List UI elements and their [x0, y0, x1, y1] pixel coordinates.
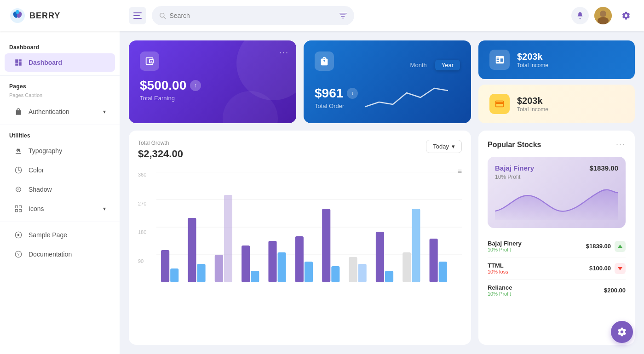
- sidebar-item-dashboard[interactable]: Dashboard: [5, 53, 115, 72]
- icons-icon: [14, 204, 23, 213]
- today-period-button[interactable]: Today ▾: [426, 140, 462, 153]
- search-icon: [159, 12, 166, 19]
- stock-price-area-reliance: $200.00: [604, 287, 626, 294]
- header-right: [571, 7, 635, 24]
- featured-stock-row: Bajaj Finery $1839.00: [495, 164, 618, 172]
- income-blue-info: $203k Total Income: [517, 51, 548, 69]
- earning-icon-box: [140, 51, 159, 71]
- featured-stock-profit: 10% Profit: [495, 174, 618, 180]
- income-card-yellow: $203k Total Income: [478, 85, 635, 123]
- svg-marker-56: [618, 267, 622, 270]
- menu-button[interactable]: [129, 7, 146, 24]
- stocks-card: Popular Stocks ··· Bajaj Finery $1839.00…: [478, 131, 635, 345]
- svg-point-24: [17, 234, 20, 236]
- sidebar-item-typography[interactable]: Typography: [5, 142, 115, 160]
- fab-settings[interactable]: [611, 321, 633, 343]
- order-trend-icon: ↓: [347, 88, 358, 99]
- color-icon: [14, 166, 23, 175]
- pages-caption: Pages Caption: [0, 91, 120, 102]
- svg-marker-55: [618, 245, 622, 248]
- svg-rect-40: [251, 271, 259, 282]
- stock-trend-down-ttml: [615, 263, 626, 274]
- wallet-icon: [144, 56, 155, 66]
- stock-row-ttml: TTML 10% loss $100.00: [488, 257, 626, 280]
- chevron-down-icon-2: ▾: [103, 206, 106, 212]
- sidebar-item-documentation[interactable]: ? Documentation: [5, 245, 115, 263]
- stock-profit-reliance: 10% Profit: [488, 291, 512, 297]
- income-icon-yellow: [489, 94, 510, 114]
- sidebar-divider-2: [0, 125, 120, 125]
- sidebar-item-shadow[interactable]: Shadow: [5, 180, 115, 199]
- svg-rect-42: [278, 252, 286, 282]
- svg-rect-52: [412, 209, 420, 282]
- shopping-bag-icon: [319, 56, 329, 66]
- pages-section-title: Pages: [0, 80, 120, 91]
- svg-rect-51: [402, 252, 411, 282]
- svg-rect-48: [358, 264, 367, 282]
- svg-rect-38: [224, 195, 232, 282]
- shadow-icon: [14, 185, 23, 194]
- fab-gear-icon: [617, 327, 627, 337]
- order-mini-chart: [365, 84, 460, 111]
- svg-point-14: [600, 11, 606, 17]
- chevron-down-icon: ▾: [103, 108, 106, 115]
- notification-button[interactable]: [571, 7, 589, 24]
- stock-price-area-ttml: $100.00: [589, 263, 626, 274]
- svg-rect-34: [170, 268, 178, 282]
- income-amount-blue: $203k: [517, 51, 548, 62]
- svg-text:?: ?: [17, 252, 20, 257]
- income-label-yellow: Total Income: [517, 106, 548, 113]
- sidebar-item-authentication-label: Authentication: [29, 108, 69, 115]
- avatar[interactable]: [594, 7, 612, 24]
- growth-title: Total Growth: [138, 140, 183, 146]
- header: BERRY: [0, 0, 644, 31]
- stock-trend-up-bajaj: [615, 241, 626, 252]
- earning-more-button[interactable]: ···: [279, 48, 289, 57]
- growth-header: Total Growth $2,324.00 Today ▾: [138, 140, 462, 160]
- svg-rect-39: [242, 246, 250, 282]
- main-content: ··· $500.00 ↑ Total Earning Month: [120, 31, 644, 354]
- stock-info-bajaj: Bajaj Finery 10% Profit: [488, 240, 522, 252]
- svg-line-8: [164, 17, 166, 19]
- svg-rect-44: [305, 262, 313, 282]
- svg-rect-49: [376, 232, 384, 282]
- featured-stock-chart: [495, 184, 618, 221]
- sidebar-item-sample-page[interactable]: Sample Page: [5, 226, 115, 244]
- sidebar-item-icons-label: Icons: [29, 205, 44, 212]
- order-chart-area: $961 ↓ Total Order: [315, 84, 460, 111]
- sidebar-item-shadow-label: Shadow: [29, 186, 52, 193]
- earning-trend-icon: ↑: [190, 80, 201, 91]
- today-label: Today: [433, 143, 449, 150]
- sidebar-item-color[interactable]: Color: [5, 161, 115, 179]
- chart-area: ≡ 360 270 180 90: [138, 167, 462, 336]
- sidebar-item-authentication[interactable]: Authentication ▾: [5, 103, 115, 121]
- order-amount-area: $961 ↓ Total Order: [315, 86, 358, 109]
- year-toggle-button[interactable]: Year: [435, 60, 460, 70]
- layout: Dashboard Dashboard Pages Pages Caption …: [0, 31, 644, 354]
- sidebar-item-icons[interactable]: Icons ▾: [5, 200, 115, 218]
- stocks-more-button[interactable]: ···: [616, 140, 626, 149]
- stock-price-ttml: $100.00: [589, 265, 611, 272]
- filter-icon[interactable]: [339, 12, 347, 19]
- svg-rect-36: [197, 264, 206, 282]
- sidebar-item-dashboard-label: Dashboard: [29, 59, 62, 66]
- svg-rect-53: [430, 239, 438, 282]
- sidebar-divider-1: [0, 75, 120, 76]
- earning-amount: $500.00 ↑: [140, 78, 285, 93]
- stock-row-reliance: Reliance 10% Profit $200.00: [488, 280, 626, 301]
- search-input[interactable]: [169, 12, 339, 19]
- earning-card: ··· $500.00 ↑ Total Earning: [129, 40, 296, 123]
- month-toggle-button[interactable]: Month: [404, 60, 433, 70]
- growth-amount: $2,324.00: [138, 148, 183, 160]
- order-icon-box: [315, 51, 334, 71]
- svg-point-18: [17, 188, 20, 191]
- right-income-cards: $203k Total Income $203k Total Income: [478, 40, 635, 123]
- stocks-header: Popular Stocks ···: [488, 140, 626, 149]
- stock-info-reliance: Reliance 10% Profit: [488, 284, 512, 297]
- svg-rect-43: [295, 236, 304, 282]
- settings-button[interactable]: [617, 7, 635, 24]
- gear-icon: [621, 11, 631, 20]
- y-label-180: 180: [138, 229, 156, 235]
- authentication-icon: [14, 107, 23, 116]
- svg-rect-41: [268, 241, 276, 282]
